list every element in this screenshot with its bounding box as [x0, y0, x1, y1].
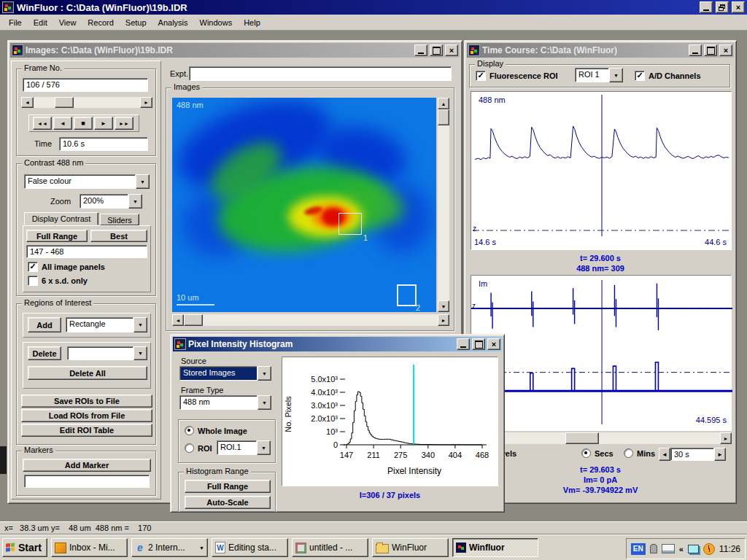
menu-analysis[interactable]: Analysis	[152, 16, 194, 29]
menu-windows[interactable]: Windows	[194, 16, 239, 29]
source-dropdown[interactable]: Stored Images▼	[179, 366, 271, 381]
frame-slider-track[interactable]	[34, 97, 140, 108]
menu-setup[interactable]: Setup	[120, 16, 152, 29]
close-button[interactable]: ×	[445, 44, 458, 56]
histogram-auto-scale-button[interactable]: Auto-Scale	[185, 496, 271, 509]
roi-1-box[interactable]	[338, 213, 362, 235]
taskbar-button-untitled[interactable]: untitled - ...	[292, 538, 368, 557]
minimize-button[interactable]	[689, 44, 702, 56]
histogram-title-bar[interactable]: Pixel Intensity Histogram ×	[173, 337, 502, 351]
roi-2-box[interactable]	[397, 284, 417, 306]
full-range-button[interactable]: Full Range	[26, 230, 88, 242]
clock-icon[interactable]	[703, 543, 715, 555]
language-indicator[interactable]: EN	[631, 543, 646, 555]
minimize-button[interactable]	[700, 1, 713, 13]
histogram-roi-dropdown[interactable]: ROI.1▼	[217, 440, 271, 455]
add-roi-button[interactable]: Add	[28, 317, 61, 332]
ad-channels-checkbox[interactable]: ✓ A/D Channels	[635, 71, 701, 81]
menu-record[interactable]: Record	[82, 16, 119, 29]
microphone-icon[interactable]	[650, 544, 657, 553]
tab-sliders[interactable]: Sliders	[100, 214, 139, 225]
best-button[interactable]: Best	[90, 230, 147, 242]
time-window-decrease[interactable]: ◄	[659, 448, 670, 461]
close-button[interactable]: ×	[719, 44, 732, 56]
contrast-range-field[interactable]: 147 - 468	[26, 245, 147, 258]
image-horizontal-scrollbar[interactable]: ◄ ►	[172, 314, 449, 326]
roi-shape-dropdown[interactable]: Rectangle▼	[66, 317, 147, 332]
maximize-button[interactable]	[704, 44, 717, 56]
scroll-right-arrow[interactable]: ►	[438, 314, 449, 326]
play-forward-button[interactable]: ►	[94, 117, 113, 130]
maximize-button[interactable]	[472, 338, 485, 350]
secs-radio[interactable]: Secs	[581, 448, 614, 458]
scroll-right-arrow[interactable]: ►	[720, 432, 732, 444]
time-window-increase[interactable]: ►	[714, 448, 726, 461]
fluorescence-roi-checkbox[interactable]: ✓ Fluorescence ROI	[476, 71, 558, 81]
zoom-dropdown[interactable]: 200%▼	[80, 194, 142, 209]
adc-plot[interactable]: Im z 44.595 s	[471, 275, 732, 431]
minimize-button[interactable]	[414, 44, 427, 56]
go-to-start-button[interactable]: ◄◄	[33, 117, 52, 130]
vertical-scroll-thumb[interactable]	[438, 109, 449, 125]
histogram-plot[interactable]: 1472112753404044685.0x10³4.0x10³3.0x10³2…	[282, 357, 498, 486]
horizontal-scroll-thumb[interactable]	[184, 314, 203, 326]
palette-dropdown[interactable]: False colour▼	[24, 174, 150, 189]
timecourse-title-bar[interactable]: Time Course: C:\Data (WinFluor) ×	[467, 43, 734, 58]
menu-help[interactable]: Help	[238, 16, 266, 29]
step-back-button[interactable]: ◄	[53, 117, 72, 130]
main-title-bar[interactable]: WinFluor : C:\Data (WinFluor)\19b.IDR ×	[0, 0, 747, 15]
tab-display-contrast[interactable]: Display Contrast	[24, 212, 98, 225]
fluorescence-image[interactable]: 488 nm 1 2 10 um	[172, 98, 436, 312]
marker-text-field[interactable]	[24, 475, 150, 488]
keyboard-icon[interactable]	[662, 544, 675, 553]
taskbar-button-winfluor[interactable]: Winfluor	[452, 538, 538, 557]
save-rois-button[interactable]: Save ROIs to File	[21, 394, 152, 408]
load-rois-button[interactable]: Load ROIs from File	[21, 409, 152, 422]
close-button[interactable]: ×	[487, 338, 500, 350]
mins-radio[interactable]: Mins	[624, 448, 655, 458]
taskbar-button-editing-sta[interactable]: WEditing sta...	[212, 538, 288, 557]
menu-file[interactable]: File	[3, 16, 28, 29]
minimize-button[interactable]	[457, 338, 470, 350]
menu-view[interactable]: View	[53, 16, 82, 29]
frame-number-field[interactable]: 106 / 576	[23, 78, 148, 92]
go-to-end-button[interactable]: ►►	[115, 117, 133, 130]
whole-image-radio[interactable]: Whole Image	[185, 426, 247, 435]
restore-button[interactable]	[716, 1, 729, 13]
frame-slider-right-arrow[interactable]: ►	[140, 97, 152, 108]
taskbar-button-winfluor[interactable]: WinFluor	[372, 538, 449, 557]
expt-field[interactable]	[189, 66, 452, 81]
menu-edit[interactable]: Edit	[28, 16, 53, 29]
roi-radio[interactable]: ROI	[185, 443, 212, 453]
frame-slider-thumb[interactable]	[55, 97, 74, 108]
edit-roi-table-button[interactable]: Edit ROI Table	[21, 424, 152, 437]
horizontal-scroll-thumb[interactable]	[565, 432, 599, 444]
taskbar-button-2-intern[interactable]: e2 Intern...▼	[131, 538, 208, 557]
maximize-button[interactable]	[430, 44, 443, 56]
delete-roi-button[interactable]: Delete	[28, 346, 61, 360]
frame-slider-left-arrow[interactable]: ◄	[21, 97, 34, 108]
scroll-up-arrow[interactable]: ▲	[438, 98, 449, 109]
network-icon[interactable]	[688, 545, 699, 553]
chevron-left-icon[interactable]: «	[679, 545, 684, 553]
delete-all-rois-button[interactable]: Delete All	[28, 366, 147, 380]
time-window-field[interactable]: 30 s	[670, 448, 714, 461]
image-vertical-scrollbar[interactable]: ▲ ▼	[438, 98, 449, 312]
frame-type-dropdown[interactable]: 488 nm▼	[179, 395, 271, 410]
taskbar-button-inbox-mi[interactable]: Inbox - Mi...	[51, 538, 128, 557]
time-field[interactable]: 10.6 s	[59, 137, 148, 151]
stop-button[interactable]: ■	[74, 117, 93, 130]
fluorescence-plot[interactable]: 488 nm z 14.6 s 44.6 s	[471, 91, 732, 250]
start-button[interactable]: Start	[2, 538, 47, 557]
scroll-left-arrow[interactable]: ◄	[172, 314, 184, 326]
six-sd-only-checkbox[interactable]: 6 x s.d. only	[28, 276, 88, 286]
images-title-bar[interactable]: Images: C:\Data (WinFluor)\19b.IDR ×	[10, 43, 460, 58]
close-button[interactable]: ×	[732, 1, 745, 13]
scroll-down-arrow[interactable]: ▼	[438, 300, 449, 312]
add-marker-button[interactable]: Add Marker	[23, 459, 151, 472]
roi-dropdown[interactable]: ROI 1▼	[575, 68, 623, 82]
histogram-full-range-button[interactable]: Full Range	[185, 480, 271, 493]
all-image-panels-checkbox[interactable]: ✓ All image panels	[28, 262, 105, 272]
timecourse-scrollbar[interactable]: ◄ ►	[471, 432, 732, 444]
roi-select-dropdown[interactable]: ▼	[67, 346, 147, 360]
